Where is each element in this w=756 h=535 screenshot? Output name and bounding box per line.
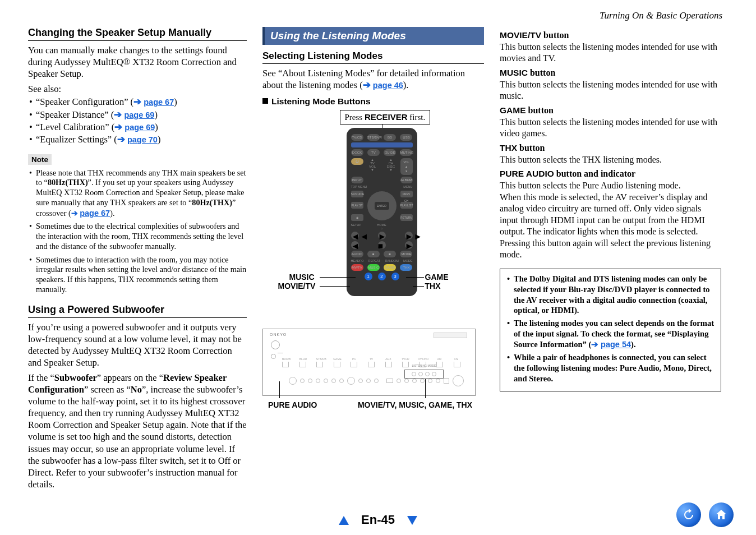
label-music: MUSIC [289,273,315,282]
heading-using-listening-modes: Using the Listening Modes [262,27,484,45]
heading-powered-sub: Using a Powered Subwoofer [28,304,247,318]
press-receiver-callout: Press RECEIVER first. [340,110,431,124]
column-middle: Using the Listening Modes Selecting List… [262,27,484,494]
label-movietv: MOVIE/TV [278,282,316,290]
heading-selecting-modes: Selecting Listening Modes [262,50,484,64]
tip-3: While a pair of headphones is connected,… [506,352,715,384]
arrow-icon: ➔ [591,340,601,349]
receiver-front-icon: ONKYO BD/DBBLURSTB/DBGAMEPCTVAUXTVCDPHON… [262,329,476,396]
nav-icons [676,502,734,527]
page-footer: En-45 [0,513,756,527]
back-arrow-icon [682,508,695,522]
page-number: En-45 [361,513,395,527]
tip-1: The Dolby Digital and DTS listening mode… [506,274,715,316]
leader-line [413,286,424,287]
remote-control-icon: TV/CDSTB/DVRBDUSB DOCKTVGUIDEMUTING ⏻ ▲T… [347,128,417,296]
link-page-69[interactable]: page 69 [124,110,154,119]
caption-pure-audio: PURE AUDIO [268,400,317,409]
def-game-desc: This button selects the listening modes … [500,117,721,140]
para-sub-2: If the “Subwoofer” appears on the “Revie… [28,372,247,490]
leader-line [279,381,280,398]
arrow-icon: ➔ [363,80,373,90]
arrow-icon: ➔ [117,134,127,145]
para-sub-1: If you’re using a powered subwoofer and … [28,321,247,368]
def-game: GAME button [500,105,721,116]
caption-modes: MOVIE/TV, MUSIC, GAME, THX [358,400,472,409]
column-right: MOVIE/TV button This button selects the … [500,27,721,494]
leader-line [320,286,350,287]
heading-mode-buttons: Listening Mode Buttons [262,96,484,107]
def-music-desc: This button selects the listening modes … [500,79,721,102]
def-music: MUSIC button [500,68,721,78]
link-speaker-distance: “Speaker Distance” (➔ page 69) [28,109,247,121]
prev-page-button[interactable] [339,516,359,525]
def-thx-desc: This button selects the THX listening mo… [500,154,721,165]
back-button[interactable] [676,502,701,527]
see-also-list: “Speaker Configuration” (➔ page 67) “Spe… [28,96,247,146]
leader-line [406,277,424,278]
home-icon [714,508,728,522]
leader-line [320,277,356,278]
home-button[interactable] [709,502,734,527]
receiver-diagram: ONKYO BD/DBBLURSTB/DBGAMEPCTVAUXTVCDPHON… [262,329,476,416]
breadcrumb: Turning On & Basic Operations [600,10,722,21]
link-page-54[interactable]: page 54 [601,340,631,349]
link-speaker-config: “Speaker Configuration” (➔ page 67) [28,96,247,108]
def-thx: THX button [500,143,721,153]
para-about-modes: See “About Listening Modes” for detailed… [262,67,484,91]
brand-label: ONKYO [270,333,287,336]
link-level-calibration: “Level Calibration” (➔ page 69) [28,121,247,133]
link-page-67[interactable]: page 67 [144,98,174,107]
def-movietv-desc: This button selects the listening modes … [500,41,721,64]
note-list: Please note that THX recommends any THX … [28,168,247,295]
def-pureaudio: PURE AUDIO button and indicator [500,169,721,179]
label-game: GAME [425,273,449,282]
tip-2: The listening modes you can select depen… [506,318,715,350]
remote-diagram: Press RECEIVER first. TV/CDSTB/DVRBDUSB … [278,110,469,306]
square-icon [262,98,268,104]
link-page-67b[interactable]: page 67 [80,209,110,218]
note-2: Sometimes due to the electrical complexi… [28,222,247,251]
arrow-icon: ➔ [114,109,124,120]
triangle-up-icon [339,516,349,525]
arrow-icon: ➔ [114,122,125,132]
note-badge: Note [28,154,52,165]
receiver-button-icon [351,142,413,147]
see-also: See also: [28,83,247,95]
button-definitions: MOVIE/TV button This button selects the … [500,30,721,261]
para-change-settings: You can manually make changes to the set… [28,44,247,80]
link-page-46[interactable]: page 46 [373,81,403,90]
tip-box: The Dolby Digital and DTS listening mode… [500,269,721,392]
label-thx: THX [425,282,441,290]
arrow-icon: ➔ [71,209,80,218]
link-equalizer-settings: “Equalizer Settings” (➔ page 70) [28,133,247,146]
note-3: Sometimes due to interaction with the ro… [28,255,247,295]
next-page-button[interactable] [397,516,417,525]
link-page-69b[interactable]: page 69 [125,123,155,132]
triangle-down-icon [407,516,417,525]
note-1: Please note that THX recommends any THX … [28,168,247,219]
leader-line [425,379,426,398]
def-movietv: MOVIE/TV button [500,30,721,40]
def-pureaudio-desc: This button selects the Pure Audio liste… [500,180,721,260]
heading-changing-speaker: Changing the Speaker Setup Manually [28,27,247,41]
column-left: Changing the Speaker Setup Manually You … [28,27,247,494]
link-page-70[interactable]: page 70 [127,135,158,144]
arrow-icon: ➔ [133,96,144,107]
